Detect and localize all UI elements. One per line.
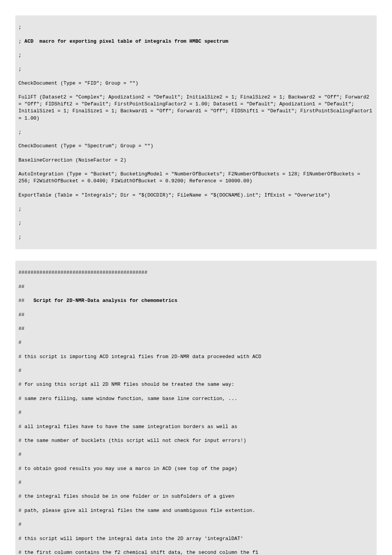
code-line: ; bbox=[18, 234, 374, 241]
code-line: # the same number of bucklets (this scri… bbox=[18, 437, 374, 444]
code-line: # bbox=[18, 409, 374, 416]
code-line: # bbox=[18, 339, 374, 346]
code-line: # this script is importing ACD integral … bbox=[18, 353, 374, 360]
code-line: # for using this script all 2D NMR files… bbox=[18, 381, 374, 388]
acd-macro-block: ; ; ACD macro for exporting pixel table … bbox=[15, 15, 377, 249]
code-line: ## bbox=[18, 312, 374, 318]
code-line: # this script will import the integral d… bbox=[18, 535, 374, 542]
code-line: ; bbox=[18, 220, 374, 227]
code-line: CheckDocument (Type = "Spectrum"; Group … bbox=[18, 143, 374, 150]
code-line: # bbox=[18, 451, 374, 458]
code-line: CheckDocument (Type = "FID"; Group = "") bbox=[18, 80, 374, 87]
code-line: # bbox=[18, 479, 374, 486]
code-line: # the integral files should be in one fo… bbox=[18, 493, 374, 500]
code-line: ## Script for 2D-NMR-Data analysis for c… bbox=[18, 297, 374, 304]
code-line: # the first column contains the f2 chemi… bbox=[18, 549, 374, 555]
code-line: # bbox=[18, 367, 374, 374]
acd-title: ACD macro for exporting pixel table of i… bbox=[25, 38, 229, 44]
code-line: ; bbox=[18, 24, 374, 31]
code-line: FullFT (Dataset2 = "Complex"; Apodizatio… bbox=[18, 94, 374, 122]
code-line: ; bbox=[18, 66, 374, 73]
code-line: ## bbox=[18, 283, 374, 290]
code-line: ; bbox=[18, 52, 374, 59]
code-line: # same zero filling, same window functio… bbox=[18, 395, 374, 402]
code-line: # to obtain good results you may use a m… bbox=[18, 465, 374, 472]
code-line: ; ACD macro for exporting pixel table of… bbox=[18, 38, 374, 45]
code-line: ## bbox=[18, 325, 374, 332]
code-line: ; bbox=[18, 129, 374, 136]
code-line: ExportTable (Table = "Integrals"; Dir = … bbox=[18, 192, 374, 199]
code-line: ; bbox=[18, 206, 374, 213]
code-line: # bbox=[18, 521, 374, 528]
code-line: BaselineCorrection (NoiseFactor = 2) bbox=[18, 157, 374, 164]
r-script-block: ########################################… bbox=[15, 261, 377, 555]
code-line: # all integral files have to have the sa… bbox=[18, 423, 374, 430]
code-line: # path, please give all integral files t… bbox=[18, 507, 374, 514]
code-line: ########################################… bbox=[18, 269, 374, 276]
script-title: Script for 2D-NMR-Data analysis for chem… bbox=[33, 298, 177, 303]
code-line: AutoIntegration (Type = "Bucket"; Bucket… bbox=[18, 171, 374, 185]
